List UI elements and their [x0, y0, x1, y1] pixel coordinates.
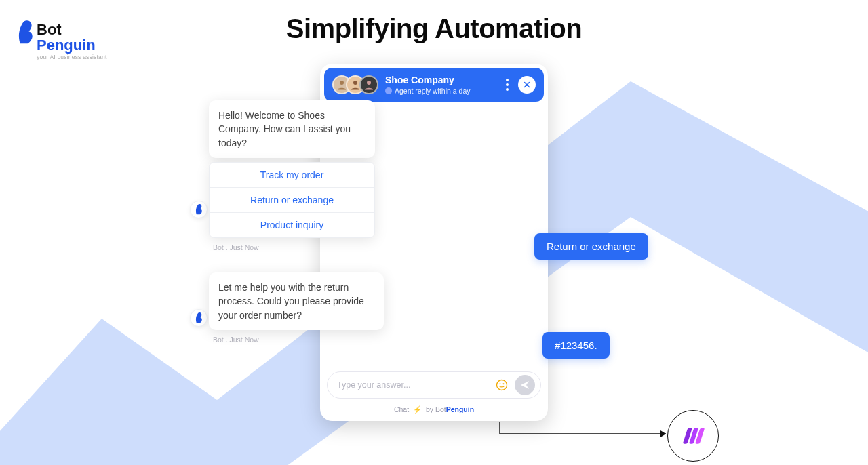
avatar	[359, 75, 378, 94]
page-title: Simplifying Automation	[286, 14, 582, 44]
quick-reply-option[interactable]: Return or exchange	[210, 188, 374, 213]
bot-message-text: Let me help you with the return process.…	[218, 282, 364, 321]
bot-message-group: Hello! Welcome to Shoes Company. How can…	[209, 100, 375, 251]
footer-prefix: Chat	[394, 405, 409, 413]
footer-brand2: Penguin	[446, 405, 474, 413]
user-reply-bubble: Return or exchange	[534, 233, 648, 260]
svg-point-1	[353, 81, 357, 85]
user-reply-text: Return or exchange	[547, 241, 636, 252]
integration-node	[667, 410, 719, 462]
send-button[interactable]	[515, 375, 535, 395]
svg-point-0	[340, 81, 344, 85]
emoji-button[interactable]	[494, 378, 509, 392]
bot-avatar	[190, 201, 208, 218]
verified-badge-icon	[385, 87, 392, 94]
bot-message-bubble: Hello! Welcome to Shoes Company. How can…	[209, 100, 375, 158]
chat-header-subtitle-text: Agent reply within a day	[395, 87, 470, 95]
chat-input-row	[327, 371, 541, 399]
bot-message-text: Hello! Welcome to Shoes Company. How can…	[218, 110, 351, 148]
penguin-icon	[18, 19, 33, 46]
close-icon	[523, 81, 531, 89]
penguin-icon	[195, 203, 202, 216]
quick-reply-option[interactable]: Product inquiry	[210, 213, 374, 237]
chat-close-button[interactable]	[518, 76, 536, 94]
footer-mid: by	[426, 405, 433, 413]
user-reply-text: #123456.	[555, 340, 597, 351]
chat-header-title: Shoe Company	[385, 75, 496, 85]
logo-line1: Bot	[37, 22, 106, 37]
chat-header-subtitle: Agent reply within a day	[385, 87, 496, 95]
bot-message-meta: Bot . Just Now	[213, 336, 384, 344]
footer-brand1: Bot	[435, 405, 446, 413]
quick-reply-option[interactable]: Track my order	[210, 163, 374, 188]
bot-message-bubble: Let me help you with the return process.…	[209, 272, 384, 330]
logo-tagline: your AI business assistant	[37, 54, 106, 60]
chat-header: Shoe Company Agent reply within a day	[324, 68, 544, 102]
chat-footer: Chat ⚡ by BotPenguin	[320, 401, 548, 421]
bot-message-group: Let me help you with the return process.…	[209, 272, 384, 344]
connector-arrow-icon	[499, 422, 675, 446]
penguin-icon	[195, 312, 202, 324]
bolt-icon: ⚡	[413, 405, 422, 413]
svg-point-3	[497, 380, 507, 390]
bot-message-meta: Bot . Just Now	[213, 243, 375, 251]
user-reply-bubble: #123456.	[542, 332, 610, 359]
quick-reply-list: Track my order Return or exchange Produc…	[209, 162, 375, 238]
avatar-stack	[332, 75, 378, 94]
chat-menu-button[interactable]	[503, 76, 511, 94]
svg-point-2	[367, 81, 371, 85]
chat-input[interactable]	[337, 380, 489, 390]
make-integromat-icon	[679, 422, 707, 449]
svg-point-4	[500, 383, 501, 384]
logo-line2: Penguin	[37, 37, 106, 53]
smiley-icon	[495, 378, 509, 392]
brand-logo: Bot Penguin your AI business assistant	[18, 19, 106, 60]
svg-point-5	[503, 383, 505, 384]
bot-avatar	[190, 309, 208, 327]
send-icon	[519, 380, 530, 390]
